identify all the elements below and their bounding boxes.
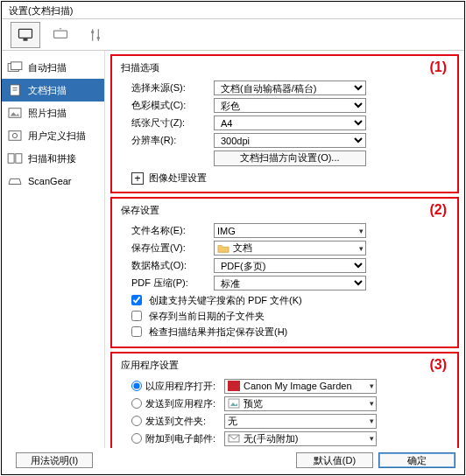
tab-preferences[interactable] — [81, 22, 110, 48]
tab-scan-panel[interactable] — [46, 22, 75, 48]
keyword-pdf-checkbox[interactable] — [131, 295, 142, 305]
attach-email-label: 附加到电子邮件: — [145, 432, 215, 445]
paper-select[interactable]: A4 — [214, 116, 366, 130]
open-with-app-label: 以应用程序打开: — [145, 380, 215, 393]
sidebar-item-photo[interactable]: 照片扫描 — [2, 102, 104, 124]
mail-icon — [228, 433, 240, 444]
pdfcomp-label: PDF 压缩(P): — [121, 276, 214, 290]
attach-email-value: 无(手动附加) — [244, 432, 298, 445]
sidebar-item-label: 照片扫描 — [28, 107, 67, 120]
send-to-folder-radio[interactable] — [131, 416, 142, 426]
keyword-pdf-label: 创建支持关键字搜索的 PDF 文件(K) — [149, 294, 302, 307]
chevron-down-icon: ▾ — [370, 399, 374, 408]
custom-scan-icon — [7, 130, 23, 142]
send-to-app-label: 发送到应用程序: — [145, 397, 215, 410]
resolution-select[interactable]: 300dpi — [214, 133, 366, 148]
svg-rect-16 — [16, 154, 22, 164]
section-title: 保存设置 — [121, 204, 448, 217]
sidebar-item-label: ScanGear — [28, 176, 72, 186]
preview-icon — [228, 398, 240, 409]
sidebar-item-label: 自动扫描 — [28, 61, 67, 74]
sidebar-item-label: 文档扫描 — [28, 84, 67, 97]
save-settings-section: (2) 保存设置 文件名称(E): IMG ▾ 保存位置(V): — [110, 197, 459, 348]
defaults-button[interactable]: 默认值(D) — [296, 452, 373, 468]
open-with-app-radio[interactable] — [131, 381, 142, 391]
svg-point-5 — [91, 31, 94, 33]
chevron-down-icon: ▾ — [370, 382, 374, 390]
sidebar-item-document[interactable]: 文档扫描 — [2, 79, 104, 102]
section-number-3: (3) — [429, 357, 447, 373]
source-label: 选择来源(S): — [121, 81, 214, 94]
app-settings-section: (3) 应用程序设置 以应用程序打开: Canon My Image Garde… — [110, 352, 459, 448]
section-number-2: (2) — [429, 202, 447, 218]
svg-rect-0 — [19, 29, 32, 38]
svg-rect-13 — [9, 131, 21, 141]
bottom-bar: 用法说明(I) 默认值(D) 确定 — [2, 450, 464, 471]
svg-rect-12 — [9, 108, 21, 118]
send-to-app-select[interactable]: 预览 ▾ — [224, 396, 377, 411]
source-select[interactable]: 文档(自动输稿器/稿台) — [214, 80, 366, 95]
pdfcomp-select[interactable]: 标准 — [214, 276, 366, 290]
saveloc-label: 保存位置(V): — [121, 242, 214, 255]
folder-icon — [217, 243, 229, 254]
date-subfolder-label: 保存到当前日期的子文件夹 — [149, 310, 265, 323]
send-to-folder-label: 发送到文件夹: — [145, 415, 206, 428]
section-title: 扫描选项 — [121, 61, 448, 74]
check-results-label: 检查扫描结果并指定保存设置(H) — [149, 326, 287, 339]
svg-rect-17 — [228, 381, 240, 391]
format-select[interactable]: PDF(多页) — [214, 258, 366, 273]
scangear-icon — [7, 175, 23, 187]
color-label: 色彩模式(C): — [121, 99, 214, 112]
section-number-1: (1) — [429, 60, 447, 75]
document-scan-icon — [7, 84, 23, 96]
open-with-app-select[interactable]: Canon My Image Garden ▾ — [224, 379, 377, 394]
chevron-down-icon: ▾ — [370, 434, 374, 443]
filename-value: IMG — [217, 226, 236, 236]
svg-rect-8 — [11, 62, 22, 70]
filename-combo[interactable]: IMG ▾ — [214, 223, 366, 238]
top-tabbar — [2, 19, 464, 51]
scan-options-section: (1) 扫描选项 选择来源(S): 文档(自动输稿器/稿台) 色彩模式(C): … — [110, 54, 459, 193]
paper-label: 纸张尺寸(Z): — [121, 116, 214, 130]
color-select[interactable]: 彩色 — [214, 98, 366, 113]
resolution-label: 分辨率(R): — [121, 134, 214, 147]
send-to-folder-value: 无 — [228, 415, 237, 428]
savelocation-select[interactable]: 文档 ▾ — [214, 241, 366, 256]
chevron-down-icon: ▾ — [370, 416, 374, 425]
check-results-checkbox[interactable] — [131, 326, 142, 337]
sidebar-item-label: 扫描和拼接 — [28, 152, 76, 165]
photo-scan-icon — [7, 107, 23, 119]
format-label: 数据格式(O): — [121, 259, 214, 272]
orientation-button[interactable]: 文档扫描方向设置(O)... — [214, 150, 366, 166]
svg-rect-2 — [54, 31, 67, 38]
send-to-app-value: 预览 — [244, 397, 263, 410]
sidebar-item-label: 用户定义扫描 — [28, 130, 86, 143]
section-title: 应用程序设置 — [121, 359, 448, 372]
sidebar-item-custom[interactable]: 用户定义扫描 — [2, 124, 104, 147]
chevron-down-icon: ▾ — [359, 244, 364, 253]
attach-email-select[interactable]: 无(手动附加) ▾ — [224, 431, 377, 446]
date-subfolder-checkbox[interactable] — [131, 311, 142, 321]
auto-scan-icon — [7, 61, 23, 74]
window-title: 设置(文档扫描) — [2, 2, 464, 19]
svg-rect-1 — [24, 38, 28, 41]
svg-rect-15 — [8, 154, 14, 164]
tab-scan-computer[interactable] — [11, 22, 40, 48]
sidebar-item-scangear[interactable]: ScanGear — [2, 170, 104, 192]
ok-button[interactable]: 确定 — [378, 452, 455, 468]
sidebar-item-stitch[interactable]: 扫描和拼接 — [2, 147, 104, 170]
attach-email-radio[interactable] — [131, 433, 142, 444]
stitch-scan-icon — [7, 152, 23, 164]
image-processing-label: 图像处理设置 — [149, 172, 207, 185]
help-button[interactable]: 用法说明(I) — [16, 452, 93, 468]
app-icon — [228, 381, 240, 391]
filename-label: 文件名称(E): — [121, 224, 214, 237]
saveloc-value: 文档 — [233, 242, 252, 255]
sidebar: 自动扫描 文档扫描 照片扫描 用户定义扫描 扫描和拼接 ScanGear — [2, 51, 105, 448]
sidebar-item-auto[interactable]: 自动扫描 — [2, 56, 104, 79]
expand-image-proc-icon[interactable]: + — [131, 172, 144, 185]
open-with-app-value: Canon My Image Garden — [244, 381, 352, 391]
svg-point-6 — [97, 36, 100, 38]
send-to-folder-select[interactable]: 无 ▾ — [224, 414, 377, 429]
send-to-app-radio[interactable] — [131, 398, 142, 409]
